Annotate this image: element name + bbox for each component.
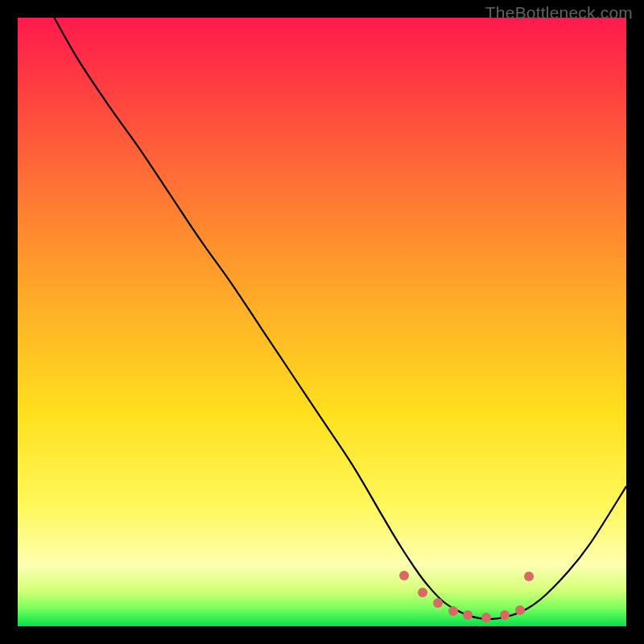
- marker-dot: [433, 598, 443, 608]
- marker-dot: [500, 610, 510, 620]
- chart-frame: TheBottleneck.com: [0, 0, 644, 644]
- plot-area: [18, 18, 626, 626]
- watermark-text: TheBottleneck.com: [485, 3, 633, 23]
- marker-dot: [448, 606, 458, 616]
- marker-dot: [515, 605, 525, 615]
- marker-dot: [481, 613, 491, 622]
- marker-dot: [399, 571, 409, 580]
- marker-dot: [524, 572, 534, 581]
- marker-dot: [418, 588, 427, 597]
- marker-dots-layer: [18, 18, 626, 626]
- marker-dot: [463, 610, 473, 620]
